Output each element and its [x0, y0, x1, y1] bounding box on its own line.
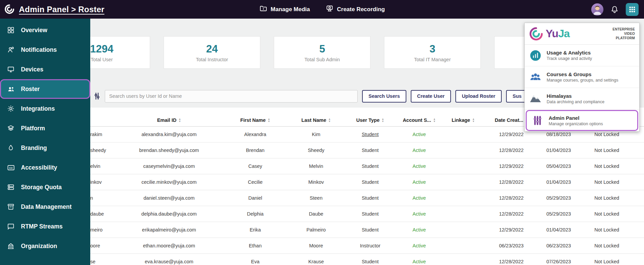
cell-account-status: Active: [396, 148, 443, 153]
cell-first-name: Alexandra: [223, 132, 287, 137]
cell-last-name: Moore: [287, 243, 345, 248]
stat-card-total-it-manager: 3 Total IT Manager: [384, 36, 481, 69]
stat-card-total-sub-admin: 5 Total Sub Admin: [274, 36, 371, 69]
cell-email: daniel.steen@yuja.com: [115, 195, 223, 201]
cell-date-created: 12/29/2022: [483, 227, 539, 233]
sidebar-item-label: Devices: [21, 66, 43, 73]
avatar[interactable]: [591, 3, 603, 16]
sort-icon[interactable]: ▲▼: [328, 118, 331, 123]
cell-lock-status: Not Locked: [578, 243, 636, 248]
sidebar-item-label: Integrations: [21, 105, 55, 112]
menu-item-admin-panel[interactable]: Admin Panel Manage organization options: [526, 110, 638, 131]
sidebar-item-notifications[interactable]: Notifications: [0, 40, 90, 60]
stat-label: Total Sub Admin: [305, 57, 340, 62]
sidebar-item-overview[interactable]: Overview: [0, 20, 90, 40]
sort-icon[interactable]: ▲▼: [268, 118, 270, 123]
manage-media-button[interactable]: Manage Media: [259, 4, 310, 14]
cell-lock-status: Not Locked: [578, 179, 636, 185]
sidebar-item-rtmp-streams[interactable]: RTMP Streams: [0, 217, 90, 236]
sidebar-item-platform[interactable]: Platform: [0, 118, 90, 138]
sidebar-item-label: RTMP Streams: [21, 223, 63, 230]
table-row[interactable]: se eva.krause@yuja.com Eva Krause Studen…: [0, 254, 644, 265]
cell-first-name: Brendan: [223, 148, 287, 153]
col-email[interactable]: Email ID▲▼: [115, 117, 223, 123]
col-user-type[interactable]: User Type▲▼: [345, 117, 396, 123]
user-alert-icon: [6, 46, 15, 53]
cell-account-status: Active: [396, 163, 443, 169]
cell-user-type[interactable]: Student: [345, 179, 396, 185]
upload-roster-button[interactable]: Upload Roster: [455, 90, 502, 103]
sidebar-item-accessibility[interactable]: CC Accessibility: [0, 158, 90, 177]
create-user-button[interactable]: Create User: [411, 90, 451, 103]
cell-date-created: 12/28/2022: [483, 195, 539, 201]
search-users-button[interactable]: Search Users: [362, 90, 406, 103]
filter-sliders-icon[interactable]: [93, 92, 101, 101]
cell-last-name: Minkov: [287, 179, 345, 185]
people-icon: [6, 85, 15, 93]
stats-row: 1294 Total User 24 Total Instructor 5 To…: [53, 36, 591, 69]
archive-box-icon: [6, 203, 15, 211]
cell-account-status: Active: [396, 195, 443, 201]
menu-item-desc: Track usage and activity: [547, 56, 592, 61]
sidebar-item-integrations[interactable]: Integrations: [0, 99, 90, 118]
cell-user-type[interactable]: Student: [345, 259, 396, 264]
stat-value: 3: [429, 43, 435, 55]
table-row[interactable]: elvin caseymelvin@yuja.com Casey Melvin …: [0, 158, 644, 174]
cell-last-name: Melvin: [287, 163, 345, 169]
table-row[interactable]: oore ethan.moore@yuja.com Ethan Moore In…: [0, 238, 644, 254]
sidebar-item-data-management[interactable]: Data Management: [0, 197, 90, 217]
sidebar-item-label: Roster: [21, 86, 40, 93]
gear-icon: [6, 105, 15, 112]
cell-email: cecilie.minkov@yuja.com: [115, 179, 223, 185]
sidebar-item-devices[interactable]: Devices: [0, 60, 90, 79]
table-row[interactable]: meiro erikapalmeiro@yuja.com Erika Palme…: [0, 222, 644, 238]
cell-user-type[interactable]: Student: [345, 132, 396, 137]
col-account-status[interactable]: Account S...▲▼: [396, 117, 443, 123]
cell-date-created: 12/28/2022: [483, 148, 539, 153]
sidebar-item-branding[interactable]: Branding: [0, 138, 90, 158]
cell-lock-status: Not Locked: [578, 195, 636, 201]
bell-icon[interactable]: [610, 5, 619, 14]
cell-user-type[interactable]: Student: [345, 163, 396, 169]
sidebar-item-storage-quota[interactable]: Storage Quota: [0, 177, 90, 197]
sidebar-item-roster[interactable]: Roster: [0, 79, 90, 99]
table-row[interactable]: sheedy brendan.sheedy@yuja.com Brendan S…: [0, 142, 644, 158]
storage-drive-icon: [6, 183, 15, 191]
sort-icon[interactable]: ▲▼: [382, 118, 384, 123]
cell-user-type[interactable]: Instructor: [345, 243, 396, 248]
apps-dropdown-menu: YuJa ENTERPRISE VIDEO PLATFORM Usage & A…: [524, 23, 640, 132]
col-last-name[interactable]: Last Name▲▼: [287, 117, 345, 123]
cell-last-name: Sheedy: [287, 148, 345, 153]
cell-user-type[interactable]: Student: [345, 195, 396, 201]
menu-item-title: Usage & Analytics: [547, 49, 592, 56]
apps-grid-button[interactable]: [626, 3, 639, 16]
table-row[interactable]: n daniel.steen@yuja.com Daniel Steen Stu…: [0, 190, 644, 206]
menu-item-courses-groups[interactable]: Courses & Groups Manage courses, groups,…: [525, 66, 639, 88]
stat-value: 24: [206, 43, 218, 55]
cell-email: brendan.sheedy@yuja.com: [115, 148, 223, 153]
monitor-icon: [6, 66, 15, 73]
stream-cast-icon: [6, 223, 15, 230]
col-linkage[interactable]: Linkage▲▼: [443, 117, 483, 123]
cell-email: erikapalmeiro@yuja.com: [115, 227, 223, 233]
cell-user-type[interactable]: Student: [345, 227, 396, 233]
cell-date-2: 01/04/2023: [539, 179, 578, 185]
search-input[interactable]: [105, 90, 358, 103]
table-row[interactable]: daube delphia.daube@yuja.com Delphia Dau…: [0, 206, 644, 222]
create-recording-button[interactable]: Create Recording: [326, 4, 385, 14]
menu-item-usage-analytics[interactable]: Usage & Analytics Track usage and activi…: [525, 45, 639, 66]
col-first-name[interactable]: First Name▲▼: [223, 117, 287, 123]
cell-user-type[interactable]: Student: [345, 148, 396, 153]
cell-first-name: Cecilie: [223, 179, 287, 185]
menu-item-title: Courses & Groups: [547, 71, 618, 78]
topbar: Admin Panel > Roster Manage Media Create…: [0, 0, 644, 19]
sort-icon[interactable]: ▲▼: [178, 118, 181, 123]
menu-item-himalayas[interactable]: Himalayas Data archiving and compliance: [525, 88, 639, 110]
cell-date-created: 06/23/2023: [483, 243, 539, 248]
cell-user-type[interactable]: Student: [345, 211, 396, 217]
table-row[interactable]: inkov cecilie.minkov@yuja.com Cecilie Mi…: [0, 174, 644, 190]
sidebar-item-organization[interactable]: Organization: [0, 236, 90, 256]
topbar-right: [591, 0, 639, 19]
sort-icon[interactable]: ▲▼: [433, 118, 435, 123]
sort-icon[interactable]: ▲▼: [472, 118, 475, 123]
